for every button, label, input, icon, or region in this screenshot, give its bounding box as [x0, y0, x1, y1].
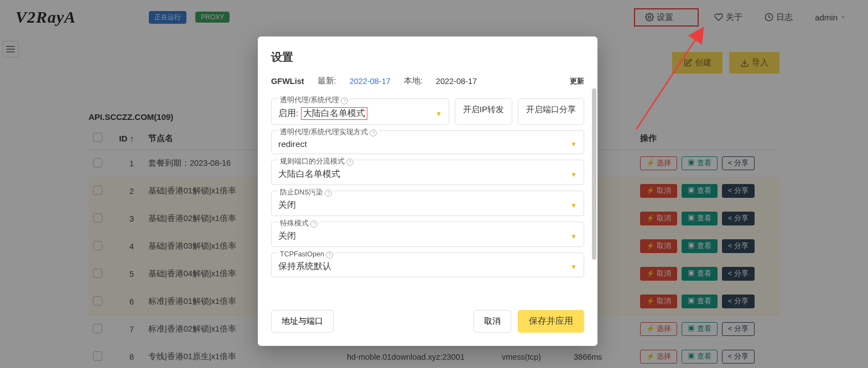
field-rule-port[interactable]: 规则端口的分流模式? 大陆白名单模式▼	[271, 160, 584, 185]
scrollbar-thumb[interactable]	[592, 88, 596, 260]
gfwlist-row: GFWList 最新: 2022-08-17 本地: 2022-08-17 更新	[271, 76, 584, 86]
help-icon[interactable]: ?	[370, 129, 377, 136]
gfw-latest-value[interactable]: 2022-08-17	[350, 77, 391, 86]
address-port-button[interactable]: 地址与端口	[271, 310, 334, 333]
field-proxy-impl[interactable]: 透明代理/系统代理实现方式? redirect▼	[271, 130, 584, 154]
gfw-latest-label: 最新:	[318, 76, 336, 86]
save-apply-button[interactable]: 保存并应用	[518, 310, 584, 333]
gfwlist-name: GFWList	[271, 77, 304, 86]
gfw-local-value: 2022-08-17	[436, 77, 477, 86]
cancel-button[interactable]: 取消	[474, 310, 511, 333]
chevron-down-icon: ▼	[570, 202, 577, 209]
settings-modal: 设置 GFWList 最新: 2022-08-17 本地: 2022-08-17…	[258, 36, 597, 346]
chevron-down-icon: ▼	[435, 110, 442, 118]
port-share-button[interactable]: 开启端口分享	[518, 98, 584, 125]
chevron-down-icon: ▼	[570, 233, 577, 240]
field-value: 大陆白名单模式	[278, 169, 340, 180]
modal-title: 设置	[271, 50, 584, 65]
help-icon[interactable]: ?	[310, 220, 318, 228]
ip-forward-button[interactable]: 开启IP转发	[455, 98, 512, 125]
field-value-highlight: 大陆白名单模式	[301, 107, 367, 120]
field-legend: 透明代理/系统代理?	[278, 96, 350, 104]
gfw-update-button[interactable]: 更新	[570, 76, 584, 86]
field-special[interactable]: 特殊模式? 关闭▼	[271, 222, 584, 247]
field-dns[interactable]: 防止DNS污染? 关闭▼	[271, 191, 584, 216]
field-prefix: 启用:	[278, 108, 298, 119]
field-legend: 特殊模式?	[278, 219, 319, 227]
help-icon[interactable]: ?	[346, 159, 354, 166]
field-transparent-proxy[interactable]: 透明代理/系统代理? 启用: 大陆白名单模式▼	[271, 98, 449, 125]
help-icon[interactable]: ?	[341, 97, 348, 104]
chevron-down-icon: ▼	[570, 140, 577, 148]
help-icon[interactable]: ?	[326, 251, 333, 259]
field-legend: TCPFastOpen?	[278, 250, 335, 258]
field-tcpfastopen[interactable]: TCPFastOpen? 保持系统默认▼	[271, 253, 584, 277]
field-legend: 透明代理/系统代理实现方式?	[278, 128, 378, 136]
gfw-local-label: 本地:	[404, 76, 423, 86]
field-value: redirect	[278, 139, 307, 149]
field-value: 保持系统默认	[278, 261, 331, 272]
chevron-down-icon: ▼	[570, 263, 577, 271]
help-icon[interactable]: ?	[325, 190, 332, 197]
field-value: 关闭	[278, 199, 296, 211]
field-legend: 防止DNS污染?	[278, 188, 334, 196]
field-legend: 规则端口的分流模式?	[278, 157, 355, 165]
chevron-down-icon: ▼	[570, 171, 577, 178]
field-value: 关闭	[278, 230, 296, 242]
